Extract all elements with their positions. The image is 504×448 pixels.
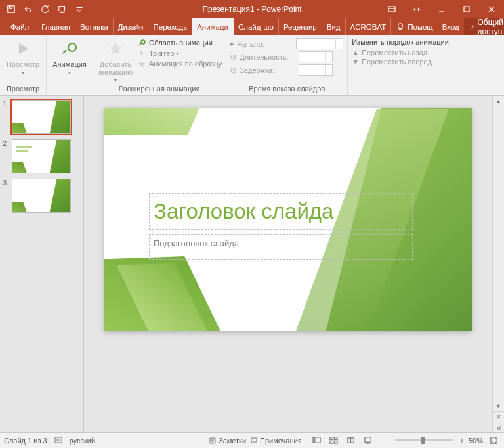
title-bar: Презентация1 - PowerPoint <box>0 0 504 18</box>
undo-button[interactable] <box>21 2 35 16</box>
start-from-beginning-button[interactable] <box>55 2 70 16</box>
svg-point-6 <box>472 26 473 27</box>
trigger-label: Триггер <box>149 49 174 57</box>
move-earlier-button[interactable]: ▲Переместить назад <box>352 49 449 56</box>
redo-button[interactable] <box>38 2 52 16</box>
timing-controls: ▸Начало: ◷Длительность: ◷Задержка: <box>230 38 343 76</box>
save-button[interactable] <box>4 2 18 16</box>
subtitle-text: Подзаголовок слайда <box>150 235 412 252</box>
svg-rect-14 <box>313 437 320 443</box>
delay-input[interactable] <box>299 64 333 76</box>
add-animation-icon <box>105 38 126 59</box>
clock-icon: ◷ <box>230 66 237 74</box>
close-button[interactable] <box>479 0 504 18</box>
svg-rect-19 <box>365 437 371 442</box>
start-dropdown[interactable] <box>296 38 343 49</box>
tab-insert[interactable]: Вставка <box>75 18 114 35</box>
ribbon-group-animation: Анимация ▾ <box>47 35 93 95</box>
svg-rect-16 <box>335 437 338 440</box>
tab-transitions[interactable]: Переходь <box>148 18 192 35</box>
thumbnail-row[interactable]: 1 <box>3 100 81 134</box>
trigger-button[interactable]: Триггер▾ <box>137 49 222 58</box>
title-placeholder[interactable]: Заголовок слайда <box>149 193 413 230</box>
animation-painter-button[interactable]: Анимация по образцу <box>137 59 222 68</box>
next-slide-button[interactable] <box>493 422 504 432</box>
slide-editor-area: Заголовок слайда Подзаголовок слайда ▲ ▼ <box>84 96 504 432</box>
group-label-timing: Время показа слайдов <box>230 85 343 94</box>
qat-customize-button[interactable] <box>72 2 87 16</box>
touch-mode-button[interactable] <box>404 0 429 18</box>
tab-review[interactable]: Рецензир <box>279 18 322 35</box>
triangle-down-icon: ▼ <box>352 58 359 66</box>
svg-rect-15 <box>330 437 333 440</box>
animation-pane-button[interactable]: Область анимации <box>137 38 222 47</box>
signin-button[interactable]: Вход <box>438 18 464 35</box>
move-later-button[interactable]: ▼Переместить вперед <box>352 58 449 66</box>
zoom-out-button[interactable]: − <box>383 436 388 446</box>
svg-point-11 <box>141 40 145 44</box>
thumbnail-3[interactable] <box>12 179 71 213</box>
scroll-up-button[interactable]: ▲ <box>493 96 504 106</box>
tell-me-button[interactable]: Помощ <box>391 18 437 35</box>
add-animation-button[interactable]: Добавить анимацию ▾ <box>96 38 135 83</box>
tab-view[interactable]: Вид <box>322 18 346 35</box>
comments-label: Примечания <box>260 437 302 445</box>
ribbon-display-button[interactable] <box>379 0 404 18</box>
thumbnail-row[interactable]: 3 <box>3 179 81 213</box>
tab-file[interactable]: Файл <box>3 18 37 35</box>
preview-button[interactable]: Просмотр ▾ <box>4 38 42 76</box>
advanced-animation-list: Область анимации Триггер▾ Анимация по об… <box>137 38 222 68</box>
triangle-up-icon: ▲ <box>352 49 359 56</box>
spellcheck-icon[interactable] <box>54 436 63 446</box>
fit-to-window-button[interactable] <box>487 435 500 447</box>
ribbon: Просмотр ▾ Просмотр Анимация ▾ Добавить … <box>0 35 504 96</box>
delay-label: Задержка: <box>240 66 296 74</box>
thumbnail-1[interactable] <box>12 100 71 134</box>
slideshow-view-button[interactable] <box>362 435 375 447</box>
duration-input[interactable] <box>299 51 333 62</box>
share-label: Общий доступ <box>477 18 504 36</box>
group-label-advanced: Расширенная анимация <box>96 85 222 94</box>
animation-painter-label: Анимация по образцу <box>149 60 222 68</box>
zoom-slider[interactable] <box>395 439 453 441</box>
animation-gallery-button[interactable]: Анимация ▾ <box>51 38 89 76</box>
subtitle-placeholder[interactable]: Подзаголовок слайда <box>149 234 413 260</box>
decorative-shape <box>104 108 205 135</box>
slide-counter[interactable]: Слайд 1 из 3 <box>4 437 47 445</box>
slide-sorter-view-button[interactable] <box>327 435 341 447</box>
thumbnail-2[interactable] <box>12 139 71 173</box>
reorder-controls: Изменить порядок анимации ▲Переместить н… <box>352 38 449 66</box>
status-right: Заметки Примечания − + 50% <box>209 435 500 447</box>
language-label[interactable]: русский <box>70 437 95 445</box>
tab-slideshow[interactable]: Слайд-шо <box>234 18 279 35</box>
tab-home[interactable]: Главная <box>37 18 75 35</box>
scroll-track[interactable] <box>493 106 504 401</box>
share-button[interactable]: Общий доступ <box>464 18 504 35</box>
start-label: Начало: <box>237 40 293 48</box>
comments-button[interactable]: Примечания <box>250 437 302 445</box>
notes-label: Заметки <box>219 437 246 445</box>
thumbnail-row[interactable]: 2 <box>3 139 81 173</box>
vertical-scrollbar[interactable]: ▲ ▼ <box>492 96 504 432</box>
slide-canvas-wrapper[interactable]: Заголовок слайда Подзаголовок слайда <box>84 96 492 432</box>
move-later-label: Переместить вперед <box>362 58 432 66</box>
thumb-number: 2 <box>3 139 9 173</box>
zoom-in-button[interactable]: + <box>459 436 465 446</box>
ribbon-tabs: Файл Главная Вставка Дизайн Переходь Ани… <box>0 18 504 35</box>
tab-animations[interactable]: Анимаци <box>192 18 234 35</box>
notes-button[interactable]: Заметки <box>209 437 246 445</box>
tab-acrobat[interactable]: ACROBAT <box>346 18 392 35</box>
chevron-down-icon: ▾ <box>68 70 71 76</box>
zoom-level[interactable]: 50% <box>469 437 483 445</box>
maximize-button[interactable] <box>454 0 479 18</box>
normal-view-button[interactable] <box>310 435 324 447</box>
scroll-down-button[interactable]: ▼ <box>493 401 504 411</box>
prev-slide-button[interactable] <box>493 411 504 422</box>
slide-canvas[interactable]: Заголовок слайда Подзаголовок слайда <box>104 108 472 331</box>
reading-view-button[interactable] <box>345 435 358 447</box>
svg-rect-0 <box>8 6 15 13</box>
tab-design[interactable]: Дизайн <box>114 18 149 35</box>
duration-label: Длительность: <box>240 53 296 61</box>
minimize-button[interactable] <box>429 0 454 18</box>
svg-rect-4 <box>464 7 469 12</box>
